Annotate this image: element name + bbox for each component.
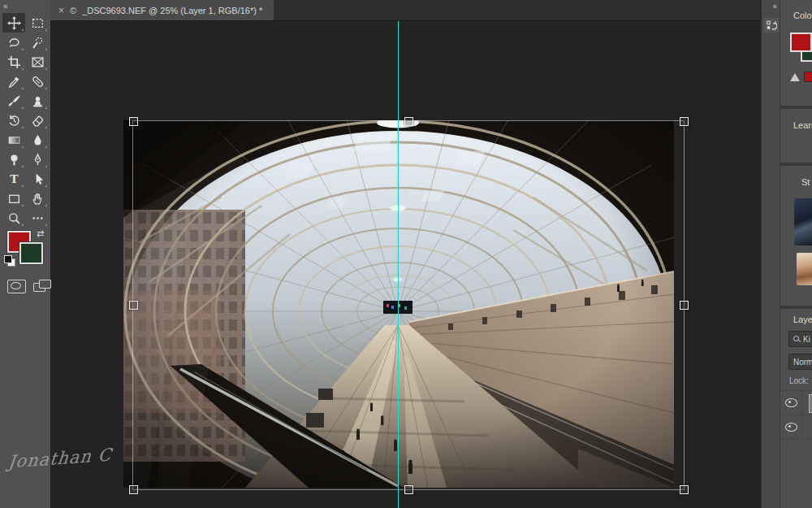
layer-visibility-eye-icon[interactable]: [785, 423, 797, 432]
tool-hand[interactable]: [26, 189, 49, 208]
layers-panel-title[interactable]: Layer: [780, 309, 812, 324]
lock-label: Lock:: [780, 370, 812, 385]
stock-panel-title[interactable]: St: [780, 166, 812, 187]
zoom-icon: [7, 211, 21, 225]
gradient-icon: [7, 133, 21, 147]
quick-selection-icon: [31, 36, 45, 50]
document-tab[interactable]: × © _DSC9693.NEF @ 25% (Layer 1, RGB/16*…: [50, 0, 274, 20]
panel-foreground-swatch[interactable]: [790, 33, 812, 52]
layers-filter-search[interactable]: Ki: [788, 331, 812, 347]
blend-mode-select[interactable]: Norm: [788, 354, 812, 370]
type-icon: T: [7, 172, 21, 186]
layer-row[interactable]: [780, 415, 812, 440]
tool-eyedropper[interactable]: [2, 72, 25, 91]
tool-quick-selection[interactable]: [26, 33, 49, 52]
history-panel-icon[interactable]: [764, 18, 779, 33]
clone-stamp-icon: [31, 94, 45, 108]
gamut-warning-swatch[interactable]: [804, 72, 812, 82]
tool-path-selection[interactable]: [26, 169, 49, 189]
layer-row[interactable]: [780, 391, 812, 415]
right-rail: «: [760, 0, 781, 508]
tool-grid: T: [0, 13, 50, 228]
eyedropper-icon: [7, 75, 21, 89]
tools-panel: « T ⇄: [0, 0, 50, 508]
color-swatches: ⇄: [0, 231, 50, 275]
tool-gradient[interactable]: [2, 130, 25, 150]
default-colors-icon[interactable]: [4, 255, 15, 267]
transform-handle-top-center[interactable]: [404, 117, 413, 126]
document-title: _DSC9693.NEF @ 25% (Layer 1, RGB/16*) *: [82, 6, 262, 15]
layer-thumbnail: [809, 394, 812, 413]
tool-frame[interactable]: [26, 52, 49, 72]
layers-filter-value: Ki: [803, 335, 810, 344]
quick-mask-button[interactable]: [7, 280, 26, 293]
background-color-swatch[interactable]: [19, 242, 43, 264]
collapse-panels-icon[interactable]: «: [762, 0, 781, 13]
svg-text:T: T: [10, 172, 19, 185]
tool-dodge[interactable]: [2, 150, 25, 169]
path-selection-icon: [31, 172, 45, 186]
blur-icon: [31, 133, 45, 147]
move-icon: [7, 16, 21, 30]
tool-brush[interactable]: [2, 91, 25, 111]
eraser-icon: [31, 114, 45, 128]
search-icon: [793, 336, 800, 342]
transform-handle-bottom-left[interactable]: [129, 485, 138, 494]
tool-type[interactable]: T: [2, 169, 25, 189]
tool-rectangle[interactable]: [2, 189, 25, 208]
right-panel-column: Color Learn St Layer Ki: [780, 0, 812, 508]
layer-visibility-eye-icon[interactable]: [785, 398, 797, 407]
tool-zoom[interactable]: [2, 208, 25, 228]
swap-colors-icon[interactable]: ⇄: [37, 228, 44, 239]
edit-toolbar-icon: [31, 211, 45, 225]
rectangle-icon: [7, 192, 21, 206]
tool-crop[interactable]: [2, 52, 25, 72]
tool-pen[interactable]: [26, 150, 49, 169]
healing-brush-icon: [31, 75, 45, 89]
canvas-area: [50, 20, 760, 508]
lasso-icon: [7, 36, 21, 50]
color-panel: Color: [780, 0, 812, 106]
crop-icon: [7, 55, 21, 69]
blend-mode-value: Norm: [793, 358, 812, 367]
tab-bar: × © _DSC9693.NEF @ 25% (Layer 1, RGB/16*…: [50, 0, 760, 21]
learn-panel: Learn: [780, 109, 812, 163]
vertical-guide[interactable]: [398, 20, 399, 508]
transform-handle-bottom-center[interactable]: [404, 485, 413, 494]
transform-handle-middle-right[interactable]: [680, 301, 689, 310]
document-icon: ©: [70, 6, 76, 15]
tool-healing-brush[interactable]: [26, 72, 49, 91]
stock-thumbnail[interactable]: [794, 198, 812, 245]
pen-icon: [31, 153, 45, 167]
transform-handle-middle-left[interactable]: [129, 301, 138, 310]
tool-clone-stamp[interactable]: [26, 91, 49, 111]
rectangular-marquee-icon: [31, 16, 45, 30]
color-panel-title[interactable]: Color: [780, 0, 812, 20]
stock-panel: St: [780, 166, 812, 306]
brush-icon: [7, 94, 21, 108]
transform-handle-bottom-right[interactable]: [680, 485, 689, 494]
photoshop-window: « T ⇄ × © _DSC9693.NEF @ 25% (Layer 1, R…: [0, 0, 812, 508]
transform-handle-top-right[interactable]: [680, 117, 689, 126]
tool-blur[interactable]: [26, 130, 49, 150]
history-brush-icon: [7, 114, 21, 128]
stock-thumbnail[interactable]: [797, 253, 812, 285]
tool-rectangular-marquee[interactable]: [26, 13, 49, 33]
transform-handle-top-left[interactable]: [129, 117, 138, 126]
tool-lasso[interactable]: [2, 33, 25, 52]
frame-icon: [31, 55, 45, 69]
dodge-icon: [7, 153, 21, 167]
close-tab-icon[interactable]: ×: [58, 5, 64, 16]
layers-panel: Layer Ki Norm Lock:: [780, 309, 812, 508]
hand-icon: [31, 192, 45, 206]
tool-history-brush[interactable]: [2, 111, 25, 130]
tool-eraser[interactable]: [26, 111, 49, 130]
tool-move[interactable]: [2, 13, 25, 33]
gamut-warning-icon: [790, 73, 800, 81]
learn-panel-title[interactable]: Learn: [780, 109, 812, 130]
screen-mode-button[interactable]: [33, 280, 50, 293]
tool-edit-toolbar[interactable]: [26, 208, 49, 228]
photo-document[interactable]: [123, 120, 674, 488]
collapse-toolbar-icon[interactable]: «: [0, 0, 50, 13]
